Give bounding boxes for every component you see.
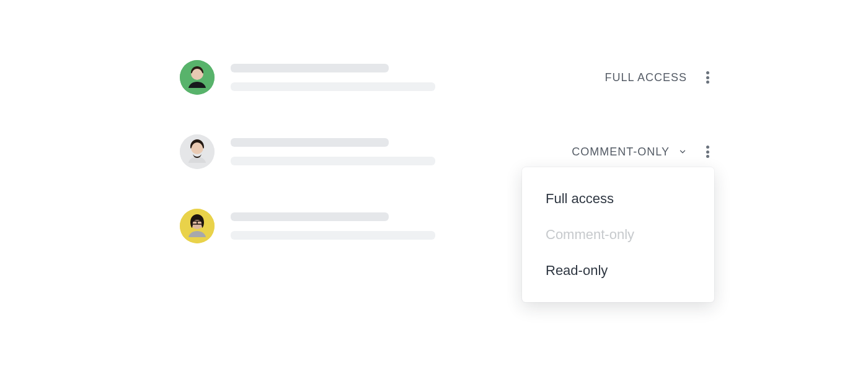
avatar — [180, 134, 215, 169]
member-row: FULL ACCESS — [180, 56, 713, 99]
avatar — [180, 60, 215, 95]
more-options-button[interactable] — [702, 71, 713, 84]
avatar — [180, 209, 215, 243]
more-options-button[interactable] — [702, 145, 713, 159]
permission-label[interactable]: FULL ACCESS — [605, 71, 687, 84]
chevron-down-icon[interactable] — [678, 147, 687, 156]
permission-dropdown-trigger[interactable]: COMMENT-ONLY — [572, 146, 670, 159]
member-name-placeholder — [231, 212, 435, 240]
permission-dropdown-menu: Full access Comment-only Read-only — [522, 167, 714, 302]
member-name-placeholder — [231, 138, 435, 165]
member-name-placeholder — [231, 64, 435, 91]
permission-option-read-only[interactable]: Read-only — [522, 253, 714, 289]
permission-option-comment-only[interactable]: Comment-only — [522, 217, 714, 253]
permission-option-full-access[interactable]: Full access — [522, 181, 714, 217]
